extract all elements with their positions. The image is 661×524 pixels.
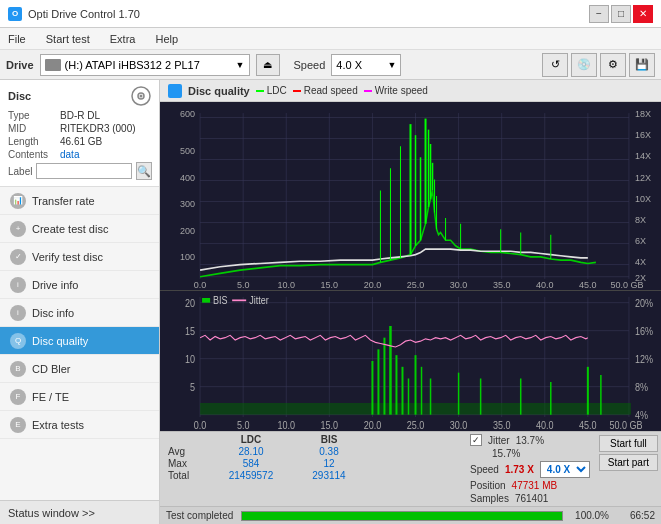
sidebar-item-verify-test-disc[interactable]: ✓ Verify test disc	[0, 243, 159, 271]
legend-ldc-label: LDC	[267, 85, 287, 96]
sidebar-item-cd-bler[interactable]: B CD Bler	[0, 355, 159, 383]
disc-panel-icon	[131, 86, 151, 106]
svg-text:25.0: 25.0	[407, 278, 425, 290]
menu-file[interactable]: File	[4, 31, 30, 47]
maximize-button[interactable]: □	[611, 5, 631, 23]
svg-text:14X: 14X	[635, 150, 652, 162]
sidebar-item-disc-info[interactable]: i Disc info	[0, 299, 159, 327]
speed-label: Speed	[470, 464, 499, 475]
close-button[interactable]: ✕	[633, 5, 653, 23]
drive-icon	[45, 59, 61, 71]
start-full-button[interactable]: Start full	[599, 435, 658, 452]
svg-text:10X: 10X	[635, 192, 652, 204]
speed-select[interactable]: 4.0 X ▼	[331, 54, 401, 76]
disc-quality-icon: Q	[10, 333, 26, 349]
svg-text:0.0: 0.0	[194, 278, 207, 290]
stats-main: LDC BIS Avg 28.10 0.38 Max 584 12 Total …	[160, 432, 464, 506]
legend-ldc-dot	[256, 90, 264, 92]
position-label: Position	[470, 480, 506, 491]
drive-select[interactable]: (H:) ATAPI iHBS312 2 PL17 ▼	[40, 54, 250, 76]
svg-text:400: 400	[180, 171, 195, 183]
stats-buttons: Start full Start part	[596, 432, 661, 506]
jitter-max-value: 15.7%	[492, 448, 520, 459]
menu-start-test[interactable]: Start test	[42, 31, 94, 47]
eject-button[interactable]: ⏏	[256, 54, 280, 76]
sidebar-item-drive-info[interactable]: i Drive info	[0, 271, 159, 299]
start-part-button[interactable]: Start part	[599, 454, 658, 471]
drive-label: Drive	[6, 59, 34, 71]
svg-text:4X: 4X	[635, 255, 647, 267]
content-area: Disc quality LDC Read speed Write speed	[160, 80, 661, 524]
speed-dropdown-arrow: ▼	[387, 60, 396, 70]
jitter-avg-value: 13.7%	[516, 435, 544, 446]
app-title: Opti Drive Control 1.70	[28, 8, 140, 20]
menu-extra[interactable]: Extra	[106, 31, 140, 47]
svg-text:10.0: 10.0	[277, 278, 295, 290]
svg-text:5.0: 5.0	[237, 278, 250, 290]
transfer-rate-icon: 📊	[10, 193, 26, 209]
burn-button[interactable]: 💿	[571, 53, 597, 77]
svg-text:500: 500	[180, 145, 195, 157]
cd-bler-icon: B	[10, 361, 26, 377]
nav-items: 📊 Transfer rate + Create test disc ✓ Ver…	[0, 187, 159, 500]
chart-top-svg: 600 500 400 300 200 100 18X 16X 14X 12X …	[160, 102, 661, 290]
stats-total-label: Total	[168, 470, 208, 481]
svg-text:200: 200	[180, 224, 195, 236]
svg-text:15.0: 15.0	[321, 278, 339, 290]
chart-top: 600 500 400 300 200 100 18X 16X 14X 12X …	[160, 102, 661, 291]
stats-right: ✓ Jitter 13.7% 15.7% Speed 1.73 X 4.0 X …	[464, 432, 596, 506]
progress-time: 66:52	[617, 510, 655, 521]
legend-read-label: Read speed	[304, 85, 358, 96]
label-key: Label	[8, 166, 32, 177]
svg-text:25.0: 25.0	[407, 419, 425, 431]
legend-write-speed: Write speed	[364, 85, 428, 96]
nav-label-create-test-disc: Create test disc	[32, 223, 108, 235]
sidebar-item-extra-tests[interactable]: E Extra tests	[0, 411, 159, 439]
svg-text:45.0: 45.0	[579, 278, 597, 290]
progress-percent: 100.0%	[571, 510, 609, 521]
mid-key: MID	[8, 123, 60, 134]
contents-value[interactable]: data	[60, 149, 79, 160]
stats-avg-bis: 0.38	[294, 446, 364, 457]
settings-button[interactable]: ⚙	[600, 53, 626, 77]
stats-max-ldc: 584	[216, 458, 286, 469]
svg-text:300: 300	[180, 198, 195, 210]
progress-label: Test completed	[166, 510, 233, 521]
chart-title-icon	[168, 84, 182, 98]
svg-text:30.0: 30.0	[450, 419, 468, 431]
svg-text:20.0: 20.0	[364, 278, 382, 290]
sidebar-item-create-test-disc[interactable]: + Create test disc	[0, 215, 159, 243]
progress-bar-container: Test completed 100.0% 66:52	[160, 506, 661, 524]
refresh-button[interactable]: ↺	[542, 53, 568, 77]
status-window-button[interactable]: Status window >>	[0, 500, 159, 524]
svg-text:35.0: 35.0	[493, 419, 511, 431]
save-button[interactable]: 💾	[629, 53, 655, 77]
sidebar-item-disc-quality[interactable]: Q Disc quality	[0, 327, 159, 355]
label-browse-button[interactable]: 🔍	[136, 162, 152, 180]
nav-label-drive-info: Drive info	[32, 279, 78, 291]
sidebar-item-transfer-rate[interactable]: 📊 Transfer rate	[0, 187, 159, 215]
fe-te-icon: F	[10, 389, 26, 405]
svg-text:45.0: 45.0	[579, 419, 597, 431]
nav-label-transfer-rate: Transfer rate	[32, 195, 95, 207]
stats-header-ldc: LDC	[216, 434, 286, 445]
length-key: Length	[8, 136, 60, 147]
chart-title: Disc quality	[188, 85, 250, 97]
jitter-label: Jitter	[488, 435, 510, 446]
nav-label-disc-quality: Disc quality	[32, 335, 88, 347]
svg-text:Jitter: Jitter	[249, 294, 269, 306]
stats-bar: LDC BIS Avg 28.10 0.38 Max 584 12 Total …	[160, 431, 661, 506]
speed-select[interactable]: 4.0 X	[540, 461, 590, 478]
speed-label: Speed	[294, 59, 326, 71]
menu-help[interactable]: Help	[151, 31, 182, 47]
chart-bottom-svg: 20 15 10 5 20% 16% 12% 8% 4% 0.0 5.0 10.…	[160, 291, 661, 431]
svg-rect-121	[202, 298, 210, 303]
nav-label-extra-tests: Extra tests	[32, 419, 84, 431]
jitter-checkbox[interactable]: ✓	[470, 434, 482, 446]
stats-avg-ldc: 28.10	[216, 446, 286, 457]
sidebar-item-fe-te[interactable]: F FE / TE	[0, 383, 159, 411]
minimize-button[interactable]: −	[589, 5, 609, 23]
length-value: 46.61 GB	[60, 136, 102, 147]
legend-ldc: LDC	[256, 85, 287, 96]
label-input[interactable]	[36, 163, 132, 179]
